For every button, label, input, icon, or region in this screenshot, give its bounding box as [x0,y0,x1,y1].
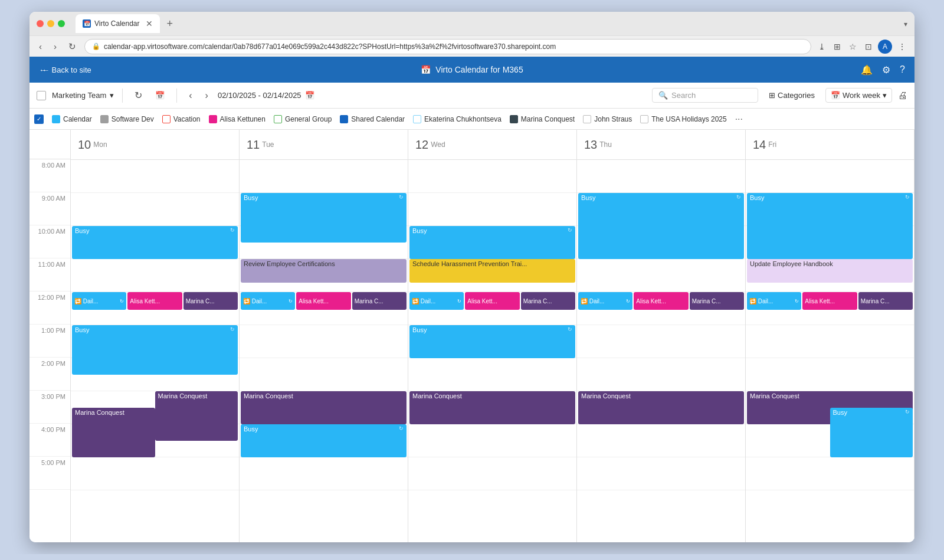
time-slot-11am: 11:00 AM [30,258,70,292]
star-icon[interactable]: ☆ [847,41,859,53]
hour-11am-thu [577,259,745,292]
cal-square-icon [37,91,46,100]
mini-event-marina-tue[interactable]: Marina C... [352,292,407,310]
mini-event-marina-wed[interactable]: Marina C... [521,292,575,310]
extension-icon[interactable]: ⊡ [863,41,874,53]
maximize-button[interactable] [58,20,65,27]
mini-event-marina-fri-label: Marina C... [861,298,890,304]
legend-item-general[interactable]: General Group [274,115,332,123]
event-marina-mon[interactable]: Marina Conquest [155,391,238,441]
active-tab[interactable]: 📅 Virto Calendar ✕ [76,14,160,33]
download-icon[interactable]: ⤓ [816,41,828,53]
event-harassment-wed[interactable]: Schedule Harassment Prevention Trai... [409,259,575,283]
refresh-button[interactable]: ↻ [131,89,146,102]
next-week-button[interactable]: › [202,89,212,102]
categories-button[interactable]: ⊞ Categories [764,89,820,102]
mini-event-alisa-wed[interactable]: Alisa Kett... [465,292,519,310]
legend-label-usa: The USA Holidays 2025 [651,115,726,123]
search-box[interactable]: 🔍 Search [652,88,758,103]
legend-item-ekaterina[interactable]: Ekaterina Chukhontseva [413,115,502,123]
browser-chevron-icon[interactable]: ▾ [904,20,907,28]
legend-bar: ✓ Calendar Software Dev Vacation Alisa K… [30,109,914,130]
event-marina-wed-label: Marina Conquest [412,392,462,399]
mini-event-marina-mon[interactable]: Marina C... [183,292,238,310]
mini-event-daily-fri[interactable]: 🔁 Dail... ↻ [747,292,801,310]
hour-8am-fri [746,160,914,193]
mini-event-daily-thu[interactable]: 🔁 Dail... ↻ [578,292,632,310]
mini-event-alisa-thu[interactable]: Alisa Kett... [634,292,688,310]
mini-cal-button[interactable]: 📅 [152,90,168,101]
translate-icon[interactable]: ⊞ [831,41,843,53]
event-marina-thu[interactable]: Marina Conquest [578,391,744,424]
event-busy-tue-3pm[interactable]: Busy ↻ [241,424,407,457]
legend-item-alisa[interactable]: Alisa Kettunen [209,115,266,123]
profile-avatar[interactable]: A [878,40,892,54]
mini-sync-fri: ↻ [795,299,799,304]
event-handbook-fri[interactable]: Update Employee Handbook [747,259,913,283]
sync-icon-thu: ↻ [736,194,741,200]
reload-nav-button[interactable]: ↻ [65,40,80,53]
mini-event-alisa-mon[interactable]: Alisa Kett... [127,292,182,310]
mini-event-marina-thu[interactable]: Marina C... [690,292,744,310]
legend-item-usa[interactable]: The USA Holidays 2025 [640,115,726,123]
legend-more-button[interactable]: ··· [735,114,743,125]
hour-2pm-fri [746,358,914,391]
mini-event-alisa-fri[interactable]: Alisa Kett... [802,292,857,310]
tab-close-icon[interactable]: ✕ [146,19,153,28]
team-selector[interactable]: Marketing Team ▾ [52,91,114,100]
team-chevron-icon: ▾ [110,91,114,100]
new-tab-button[interactable]: + [162,18,178,30]
close-button[interactable] [37,20,44,27]
print-button[interactable]: 🖨 [898,90,907,101]
prev-week-button[interactable]: ‹ [185,89,195,102]
mini-event-daily-label: 🔁 Dail... [74,298,98,304]
event-marina-mon-2[interactable]: Marina Conquest [72,408,155,457]
hour-8am-thu [577,160,745,193]
settings-icon[interactable]: ⚙ [882,64,890,76]
event-marina-wed[interactable]: Marina Conquest [409,391,575,424]
app-header-icons: 🔔 ⚙ ? [861,64,905,76]
view-selector[interactable]: 📅 Work week ▾ [825,88,892,103]
hour-9am-wed [408,193,576,226]
mini-event-daily-wed[interactable]: 🔁 Dail... ↻ [409,292,464,310]
help-icon[interactable]: ? [900,64,905,75]
notification-icon[interactable]: 🔔 [861,64,873,76]
legend-label-general: General Group [285,115,332,123]
hour-8am-wed [408,160,576,193]
event-busy-thu-9am[interactable]: Busy ↻ [578,193,744,259]
date-range[interactable]: 02/10/2025 - 02/14/2025 📅 [218,91,314,100]
mini-event-daily-mon[interactable]: 🔁 Dail... ↻ [72,292,126,310]
event-busy-wed-1pm[interactable]: Busy ↻ [409,325,575,358]
address-bar[interactable]: 🔒 calendar-app.virtosoftware.com/calenda… [84,39,811,54]
event-marina-tue[interactable]: Marina Conquest [241,391,407,424]
event-busy-wed-10am[interactable]: Busy ↻ [409,226,575,259]
mini-event-marina-fri[interactable]: Marina C... [858,292,913,310]
event-busy-fri-2pm[interactable]: Busy ↻ [830,408,913,457]
mini-event-daily-tue[interactable]: 🔁 Dail... ↻ [241,292,295,310]
legend-item-software-dev[interactable]: Software Dev [100,115,154,123]
event-busy-fri-9am[interactable]: Busy ↻ [747,193,913,259]
legend-item-vacation[interactable]: Vacation [162,115,201,123]
back-to-site-button[interactable]: ← ← Back to site [39,66,91,74]
back-nav-button[interactable]: ‹ [35,40,45,53]
event-review-tue[interactable]: Review Employee Certifications [241,259,407,283]
legend-color-marina [510,115,518,123]
event-busy-mon-10am[interactable]: Busy ↻ [72,226,238,259]
main-checkbox[interactable]: ✓ [34,114,44,124]
legend-checkbox-item[interactable]: ✓ [34,114,44,124]
legend-item-calendar[interactable]: Calendar [52,115,92,123]
hour-11am-mon [71,259,239,292]
sync-icon-2: ↻ [230,326,235,332]
minimize-button[interactable] [47,20,54,27]
event-busy-mon-1pm[interactable]: Busy ↻ [72,325,238,375]
legend-item-marina[interactable]: Marina Conquest [510,115,575,123]
calendar-icon-btn[interactable] [37,91,46,100]
legend-item-shared[interactable]: Shared Calendar [340,115,405,123]
event-busy-tue-9am[interactable]: Busy ↻ [241,193,407,243]
menu-icon[interactable]: ⋮ [896,41,909,53]
mini-event-alisa-tue[interactable]: Alisa Kett... [296,292,350,310]
legend-item-john[interactable]: John Straus [583,115,632,123]
forward-nav-button[interactable]: › [50,40,60,53]
legend-label-marina: Marina Conquest [521,115,575,123]
mini-event-marina-label: Marina C... [186,298,215,304]
